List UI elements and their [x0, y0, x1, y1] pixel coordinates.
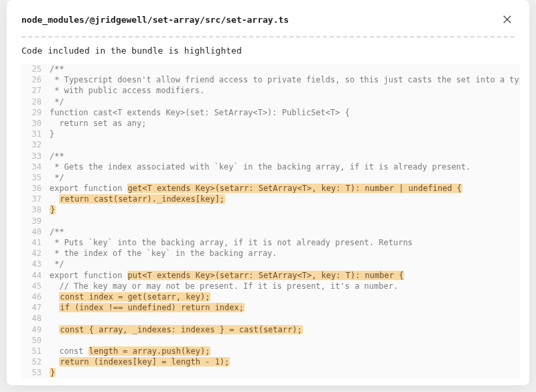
code-line: 35 */: [21, 172, 520, 183]
line-number: 38: [21, 204, 50, 215]
line-number: 47: [21, 302, 50, 313]
code-text: /**: [50, 151, 78, 161]
code-text: */: [50, 172, 78, 183]
code-text: */: [50, 259, 78, 269]
code-text: [50, 313, 63, 324]
line-number: 46: [21, 291, 50, 302]
close-button[interactable]: [500, 12, 515, 27]
code-text: }: [50, 129, 68, 139]
code-scroll[interactable]: 25/**26 * Typescript doesn't allow frien…: [21, 64, 520, 379]
code-text: export function get<T extends Key>(setar…: [50, 183, 476, 194]
code-text: * the index of the `key` in the backing …: [50, 248, 291, 259]
header-divider: [21, 36, 515, 38]
line-number: 40: [21, 226, 50, 237]
code-text: /**: [50, 226, 78, 237]
subtitle: Code included in the bundle is highlight…: [7, 46, 529, 64]
line-number: 50: [21, 335, 50, 346]
code-line: 30 return set as any;: [21, 118, 520, 129]
line-number: 28: [21, 96, 50, 107]
line-number: 54: [21, 378, 50, 379]
line-number: 51: [21, 346, 50, 356]
line-number: 26: [21, 74, 50, 85]
code-line: 27 * with public access modifiers.: [21, 85, 520, 96]
line-number: 52: [21, 356, 50, 367]
code-text: return (indexes[key] = length - 1);: [50, 356, 243, 367]
code-text: export function put<T extends Key>(setar…: [50, 270, 417, 281]
code-text: }: [50, 204, 69, 215]
code-line: 48: [21, 313, 520, 324]
line-number: 33: [21, 151, 50, 161]
line-number: 34: [21, 161, 50, 172]
code-text: [50, 139, 63, 150]
code-line: 34 * Gets the index associated with `key…: [21, 161, 520, 172]
line-number: 32: [21, 139, 50, 150]
code-text: [50, 216, 63, 226]
code-text: const index = get(setarr, key);: [50, 291, 224, 302]
code-line: 25/**: [21, 64, 520, 74]
line-number: 25: [21, 64, 50, 74]
code-line: 42 * the index of the `key` in the backi…: [21, 248, 520, 259]
source-viewer-modal: node_modules/@jridgewell/set-array/src/s…: [7, 0, 529, 385]
code-text: return cast(setarr)._indexes[key];: [50, 194, 239, 204]
code-line: 32: [21, 139, 520, 150]
line-number: 27: [21, 85, 50, 96]
line-number: 41: [21, 237, 50, 248]
code-text: const { array, _indexes: indexes } = cas…: [50, 324, 316, 335]
code-line: 36export function get<T extends Key>(set…: [21, 183, 520, 194]
code-line: 45 // The key may or may not be present.…: [21, 281, 520, 291]
code-text: function cast<T extends Key>(set: SetArr…: [50, 107, 363, 118]
code-line: 29function cast<T extends Key>(set: SetA…: [21, 107, 520, 118]
code-line: 28 */: [21, 96, 520, 107]
code-line: 31}: [21, 129, 520, 139]
code-line: 54: [21, 378, 520, 379]
code-line: 50: [21, 335, 520, 346]
line-number: 44: [21, 270, 50, 281]
code-line: 47 if (index !== undefined) return index…: [21, 302, 520, 313]
code-line: 49 const { array, _indexes: indexes } = …: [21, 324, 520, 335]
line-number: 39: [21, 216, 50, 226]
code-text: return set as any;: [50, 118, 160, 129]
code-text: * Puts `key` into the backing array, if …: [50, 237, 426, 248]
code-line: 37 return cast(setarr)._indexes[key];: [21, 194, 520, 204]
line-number: 43: [21, 259, 50, 269]
code-text: }: [50, 367, 69, 378]
code-text: // The key may or may not be present. If…: [50, 281, 411, 291]
code-line: 43 */: [21, 259, 520, 269]
code-text: */: [50, 96, 78, 107]
code-text: * with public access modifiers.: [50, 85, 218, 96]
code-line: 26 * Typescript doesn't allow friend acc…: [21, 74, 520, 85]
modal-header: node_modules/@jridgewell/set-array/src/s…: [7, 0, 529, 36]
line-number: 35: [21, 172, 50, 183]
code-line: 41 * Puts `key` into the backing array, …: [21, 237, 520, 248]
line-number: 37: [21, 194, 50, 204]
file-path: node_modules/@jridgewell/set-array/src/s…: [21, 15, 289, 25]
code-text: * Gets the index associated with `key` i…: [50, 161, 484, 172]
code-line: 33/**: [21, 151, 520, 161]
line-number: 31: [21, 129, 50, 139]
code-line: 38}: [21, 204, 520, 215]
code-text: const length = array.push(key);: [50, 346, 224, 356]
code-text: * Typescript doesn't allow friend access…: [50, 74, 520, 85]
code-text: [50, 378, 63, 379]
line-number: 36: [21, 183, 50, 194]
line-number: 53: [21, 367, 50, 378]
code-viewer: 25/**26 * Typescript doesn't allow frien…: [21, 64, 520, 379]
line-number: 49: [21, 324, 50, 335]
line-number: 42: [21, 248, 50, 259]
code-text: [50, 335, 63, 346]
code-line: 44export function put<T extends Key>(set…: [21, 270, 520, 281]
line-number: 45: [21, 281, 50, 291]
code-line: 51 const length = array.push(key);: [21, 346, 520, 356]
code-line: 52 return (indexes[key] = length - 1);: [21, 356, 520, 367]
line-number: 29: [21, 107, 50, 118]
code-text: if (index !== undefined) return index;: [50, 302, 258, 313]
code-line: 40/**: [21, 226, 520, 237]
code-line: 53}: [21, 367, 520, 378]
code-line: 46 const index = get(setarr, key);: [21, 291, 520, 302]
line-number: 48: [21, 313, 50, 324]
code-line: 39: [21, 216, 520, 226]
code-text: /**: [50, 64, 78, 74]
line-number: 30: [21, 118, 50, 129]
